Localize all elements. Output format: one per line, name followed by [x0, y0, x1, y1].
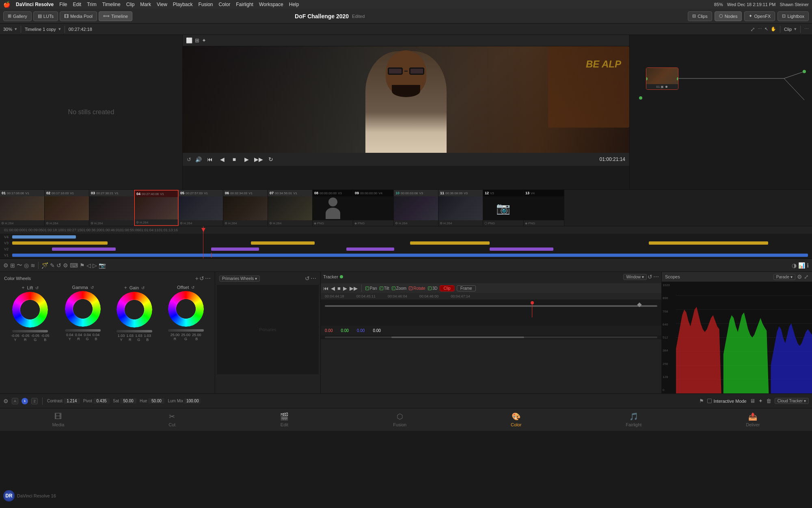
nav-deliver[interactable]: 📤 Deliver	[738, 410, 768, 429]
nav-fairlight[interactable]: 🎵 Fairlight	[618, 410, 650, 429]
motion-effects-icon[interactable]: ≋	[30, 262, 35, 269]
gain-add-icon[interactable]: +	[124, 285, 127, 291]
highlight-icon[interactable]: ◑	[792, 262, 797, 269]
nav-color[interactable]: 🎨 Color	[503, 410, 529, 429]
wand-icon[interactable]: 🪄	[41, 262, 48, 269]
gain-wheel-dot[interactable]	[133, 308, 136, 311]
loop-icon[interactable]: ↺	[187, 156, 191, 163]
window-dropdown[interactable]: Window ▾	[623, 274, 647, 280]
gamma-reset-icon[interactable]: ↺	[91, 285, 94, 290]
prev-icon[interactable]: ◁	[86, 262, 91, 269]
settings-tool-icon[interactable]: ⚙	[3, 398, 9, 404]
zoom-checkbox[interactable]: ✓	[392, 287, 395, 290]
cloud-tracker-dropdown[interactable]: Cloud Tracker ▾	[775, 398, 809, 404]
next-icon[interactable]: ▷	[93, 262, 97, 269]
delete-icon[interactable]: 🗑	[766, 398, 771, 404]
lift-reset-icon[interactable]: ↺	[35, 286, 39, 290]
tracker-skip-start-icon[interactable]: ⏮	[323, 285, 328, 291]
clip-dropdown-icon[interactable]: ▾	[794, 26, 797, 32]
gamma-slider[interactable]	[65, 329, 101, 332]
menu-workspace[interactable]: Workspace	[259, 2, 283, 7]
skip-start-btn[interactable]: ⏮	[206, 155, 214, 163]
menu-timeline[interactable]: Timeline	[102, 2, 121, 7]
clip-item-01[interactable]: 01 00:17:06:06 V1 ⚙ H.264	[0, 190, 45, 226]
menu-clip[interactable]: Clip	[126, 2, 135, 7]
color-wheels-add-icon[interactable]: +	[195, 275, 199, 282]
tab-luts[interactable]: ▤ LUTs	[33, 11, 58, 21]
prev-frame-btn[interactable]: ◀	[218, 155, 226, 163]
flag-icon-2[interactable]: ⚑	[699, 398, 704, 404]
clips-btn[interactable]: ⊟ Clips	[688, 11, 712, 21]
zoom-dropdown-icon[interactable]: ▾	[15, 26, 17, 32]
wand-icon-2[interactable]: ✦	[758, 398, 763, 404]
parade-dropdown[interactable]: Parade ▾	[773, 274, 795, 280]
tab-timeline[interactable]: ⟺ Timeline	[99, 11, 132, 21]
eyedropper-icon[interactable]: ✎	[50, 262, 55, 269]
frame-btn[interactable]: Frame	[457, 285, 476, 291]
tracker-refresh-icon[interactable]: ↺	[648, 274, 652, 280]
tab-gallery[interactable]: ⊞ Gallery	[3, 11, 32, 21]
lift-add-icon[interactable]: +	[22, 285, 25, 291]
clip-item-07[interactable]: 07 00:34:56:01 V1 ⚙ H.264	[268, 190, 313, 226]
gamma-color-wheel[interactable]	[65, 291, 101, 327]
menu-color[interactable]: Color	[219, 2, 231, 7]
tracker-play-icon[interactable]: ▶	[343, 285, 347, 291]
menu-view[interactable]: View	[157, 2, 167, 7]
clip-item-10[interactable]: 10 00:00:03:08 V3 ⚙ H.264	[394, 190, 438, 226]
viewer-settings-icon[interactable]: ⋯	[758, 26, 762, 32]
hand-icon[interactable]: ✋	[771, 26, 776, 32]
clip-item-02[interactable]: 02 00:17:16:03 V1 ⚙ H.264	[45, 190, 89, 226]
menu-edit[interactable]: Edit	[73, 2, 82, 7]
curves-icon[interactable]: 〜	[17, 262, 22, 269]
lift-wheel-dot[interactable]	[28, 308, 32, 311]
menu-fairlight[interactable]: Fairlight	[236, 2, 253, 7]
3d-checkbox[interactable]: ✓	[428, 287, 432, 290]
node-01[interactable]: 01 ▣ ⏺	[646, 67, 678, 90]
lightbox-btn[interactable]: ⊡ Lightbox	[777, 11, 809, 21]
settings-icon[interactable]: ⚙	[3, 262, 9, 269]
tilt-checkbox[interactable]: ✓	[380, 287, 383, 290]
offset-wheel-dot[interactable]	[184, 307, 188, 310]
nav-media[interactable]: 🎞 Media	[44, 411, 72, 429]
nodes-canvas[interactable]: 01 ▣ ⏺	[630, 35, 812, 189]
gain-reset-icon[interactable]: ↺	[141, 286, 145, 290]
color-wheels-reset-icon[interactable]: ↺	[199, 275, 204, 282]
magic-tool-icon[interactable]: ✦	[202, 37, 206, 43]
clip-item-06[interactable]: 06 00:32:34:03 V1 ⚙ H.264	[223, 190, 268, 226]
info-icon[interactable]: ℹ	[807, 262, 809, 269]
tracker-scroll-thumb[interactable]	[391, 336, 525, 338]
crop-tool-icon[interactable]: ⊞	[195, 37, 199, 43]
menu-file[interactable]: File	[59, 2, 67, 7]
clip-item-09[interactable]: 09 00:00:00:00 V4 ◈ PNG	[353, 190, 394, 226]
gamma-wheel-dot[interactable]	[81, 307, 84, 310]
scopes-settings-icon[interactable]: ⚙	[797, 274, 802, 280]
menu-fusion[interactable]: Fusion	[199, 2, 213, 7]
scopes-expand-icon[interactable]: ⤢	[804, 274, 809, 280]
lum-mix-value[interactable]: 100.00	[184, 398, 201, 404]
clip-item-08[interactable]: 08 00:00:00:00 V3 ◈ PNG	[313, 190, 353, 226]
nav-cut[interactable]: ✂ Cut	[160, 410, 184, 429]
offset-slider[interactable]	[168, 329, 204, 332]
tracker-stop-icon[interactable]: ■	[337, 285, 341, 291]
cursor-icon[interactable]: ↖	[764, 26, 768, 32]
menu-mark[interactable]: Mark	[140, 2, 151, 7]
tracker-next-icon[interactable]: ▶▶	[350, 285, 358, 291]
lift-color-wheel[interactable]	[12, 292, 48, 328]
stop-btn[interactable]: ■	[230, 155, 238, 163]
contrast-value[interactable]: 1.214	[64, 398, 80, 404]
clip-item-11[interactable]: 11 00:36:08:09 V3 ⚙ H.264	[438, 190, 483, 226]
a-button[interactable]: A	[12, 398, 18, 404]
offset-color-wheel[interactable]	[168, 291, 204, 327]
clip-item-04[interactable]: 04 00:27:40:06 V1 ⚙ H.264	[134, 190, 179, 226]
monitor-icon[interactable]: 🖥	[750, 398, 755, 404]
pan-checkbox[interactable]: ✓	[365, 287, 369, 290]
nav-fusion[interactable]: ⬡ Fusion	[385, 410, 415, 429]
gain-color-wheel[interactable]	[117, 292, 152, 328]
clip-btn[interactable]: Clip	[440, 285, 454, 291]
clip-item-05[interactable]: 05 00:27:57:03 V1 ⚙ H.264	[179, 190, 223, 226]
primaries-dropdown[interactable]: Primaries Wheels ▾	[219, 276, 260, 282]
next-frame-btn[interactable]: ▶▶	[255, 155, 263, 163]
clip-item-13[interactable]: 13 V4 ◈ PNG	[524, 190, 564, 226]
pivot-value[interactable]: 0.435	[93, 398, 110, 404]
hue-value[interactable]: 50.00	[148, 398, 164, 404]
